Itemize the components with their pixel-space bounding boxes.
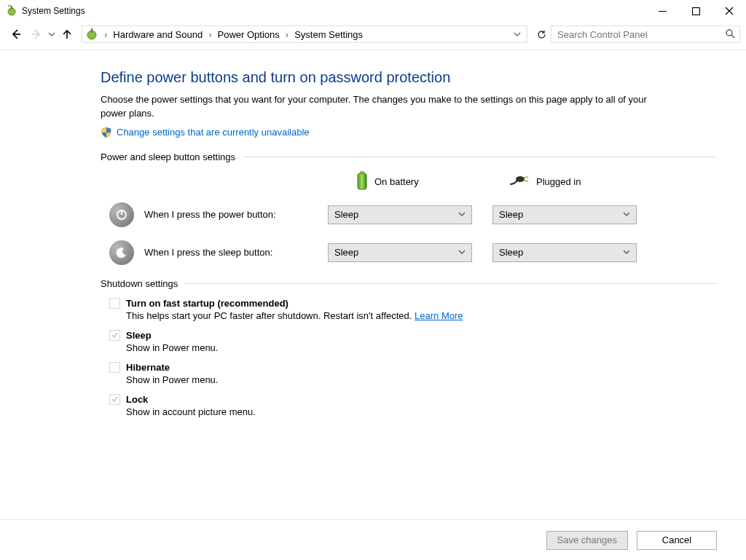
chevron-right-icon[interactable]: › [207, 29, 213, 40]
content-area: Define power buttons and turn on passwor… [0, 50, 746, 417]
svg-rect-1 [11, 6, 12, 9]
window-title: System Settings [22, 6, 85, 16]
close-button[interactable] [712, 0, 746, 22]
svg-point-11 [726, 30, 732, 36]
sleep-icon [109, 240, 134, 265]
search-input[interactable] [556, 28, 725, 41]
chevron-right-icon[interactable]: › [103, 29, 109, 40]
svg-rect-10 [91, 28, 93, 33]
svg-line-17 [524, 181, 528, 181]
minimize-button[interactable] [645, 0, 679, 22]
svg-rect-3 [692, 7, 699, 15]
search-icon[interactable] [725, 28, 735, 41]
address-dropdown[interactable] [511, 29, 524, 40]
chevron-down-icon [458, 247, 466, 258]
section-shutdown: Shutdown settings [101, 278, 717, 289]
sleep-button-plugged-select[interactable]: Sleep [492, 243, 637, 262]
breadcrumb-hardware[interactable]: Hardware and Sound [113, 29, 203, 40]
control-panel-icon [85, 28, 98, 41]
title-bar: System Settings [0, 0, 746, 22]
svg-line-16 [524, 177, 528, 178]
chevron-right-icon[interactable]: › [284, 29, 290, 40]
power-button-label: When I press the power button: [144, 209, 328, 220]
chevron-down-icon [458, 209, 466, 220]
svg-point-15 [516, 176, 525, 182]
power-button-plugged-select[interactable]: Sleep [492, 205, 637, 224]
svg-line-12 [731, 35, 734, 38]
chevron-down-icon [623, 209, 630, 220]
sleep-button-battery-select[interactable]: Sleep [328, 243, 472, 262]
address-bar[interactable]: › Hardware and Sound › Power Options › S… [82, 25, 527, 43]
hibernate-checkbox[interactable] [109, 362, 120, 373]
change-settings-link[interactable]: Change settings that are currently unava… [117, 127, 310, 138]
on-battery-label: On battery [374, 176, 419, 187]
plug-icon [509, 174, 530, 189]
refresh-button[interactable] [532, 25, 551, 43]
power-button-row: When I press the power button: Sleep Sle… [109, 202, 717, 227]
search-box[interactable] [551, 25, 740, 43]
back-button[interactable] [6, 24, 26, 44]
svg-rect-14 [358, 173, 366, 189]
up-button[interactable] [57, 24, 77, 44]
maximize-button[interactable] [679, 0, 712, 22]
plugged-in-label: Plugged in [536, 176, 581, 187]
app-icon [6, 5, 17, 17]
column-headers: On battery Plugged in [326, 171, 717, 192]
footer: Save changes Cancel [0, 519, 746, 560]
sleep-button-row: When I press the sleep button: Sleep Sle… [109, 240, 717, 265]
sleep-checkbox[interactable] [109, 330, 120, 341]
sleep-option: Sleep Show in Power menu. [109, 330, 717, 353]
forward-button[interactable] [26, 24, 47, 44]
recent-dropdown[interactable] [47, 31, 57, 38]
nav-bar: › Hardware and Sound › Power Options › S… [0, 22, 746, 47]
page-title: Define power buttons and turn on passwor… [101, 69, 717, 86]
breadcrumb-power-options[interactable]: Power Options [218, 29, 280, 40]
learn-more-link[interactable]: Learn More [415, 310, 463, 321]
fast-startup-checkbox[interactable] [109, 298, 120, 309]
section-power-sleep: Power and sleep button settings [101, 151, 717, 162]
lock-option: Lock Show in account picture menu. [109, 394, 717, 417]
power-icon [109, 202, 134, 227]
lock-checkbox[interactable] [109, 394, 120, 405]
chevron-down-icon [623, 247, 630, 258]
shield-icon [101, 127, 112, 138]
page-description: Choose the power settings that you want … [101, 93, 654, 121]
power-button-battery-select[interactable]: Sleep [328, 205, 472, 224]
battery-icon [356, 171, 369, 192]
hibernate-option: Hibernate Show in Power menu. [109, 362, 717, 385]
fast-startup-option: Turn on fast startup (recommended) This … [109, 298, 717, 321]
sleep-button-label: When I press the sleep button: [144, 247, 328, 258]
cancel-button[interactable]: Cancel [637, 531, 717, 550]
breadcrumb-system-settings[interactable]: System Settings [294, 29, 363, 40]
save-changes-button[interactable]: Save changes [546, 531, 628, 550]
